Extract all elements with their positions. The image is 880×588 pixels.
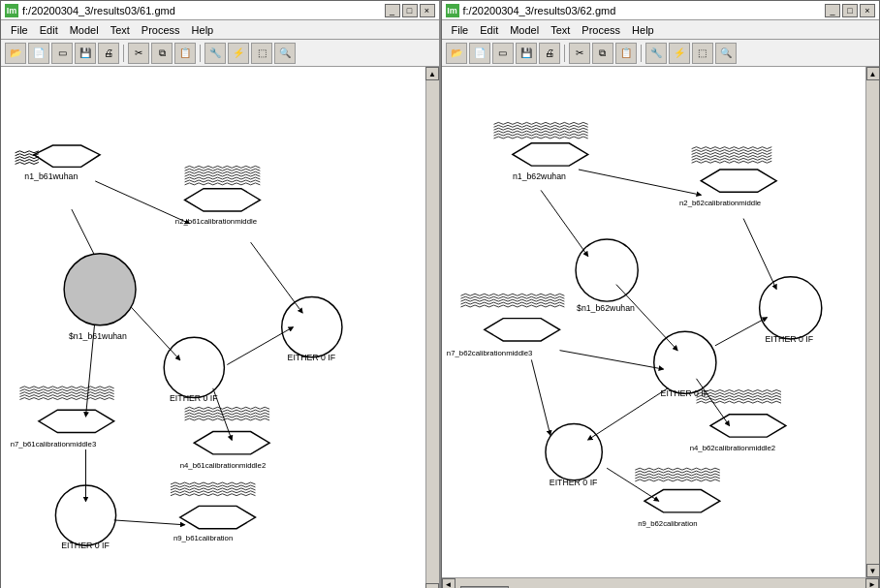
svg-line-4 bbox=[227, 327, 293, 365]
scrollbar-v-2[interactable]: ▲ ▼ bbox=[865, 67, 879, 577]
svg-line-8 bbox=[114, 520, 185, 525]
menu-file-1[interactable]: File bbox=[5, 23, 34, 37]
node-label-n4b62: n4_b62calibrationmiddle2 bbox=[689, 444, 775, 452]
window-2: Im f:/20200304_3/results03/62.gmd _ □ × … bbox=[441, 0, 881, 588]
scroll-up-1[interactable]: ▲ bbox=[425, 67, 439, 80]
title-buttons-1: _ □ × bbox=[385, 4, 435, 17]
tool-copy-1[interactable]: ⧉ bbox=[151, 43, 173, 64]
tool-rect-1[interactable]: ▭ bbox=[51, 43, 73, 64]
node-label-n2b62: n2_b62calibrationmiddle bbox=[679, 199, 761, 207]
svg-marker-14 bbox=[39, 410, 114, 432]
menu-edit-2[interactable]: Edit bbox=[474, 23, 504, 37]
tool-select-1[interactable]: ⬚ bbox=[251, 43, 272, 64]
title-bar-left-1: Im f:/20200304_3/results03/61.gmd bbox=[5, 4, 175, 17]
canvas-2[interactable]: n1_b62wuhan $n1_b62wuhan bbox=[442, 67, 866, 577]
scroll-right-2[interactable]: ► bbox=[865, 578, 879, 589]
svg-marker-28 bbox=[512, 143, 587, 166]
tool-open-2[interactable]: 📂 bbox=[446, 43, 467, 64]
minimize-btn-2[interactable]: _ bbox=[825, 4, 840, 17]
node-label-n9b61: n9_b61calibration bbox=[173, 534, 233, 542]
tool-save-2[interactable]: 💾 bbox=[516, 43, 537, 64]
menu-bar-2: File Edit Model Text Process Help bbox=[442, 20, 880, 40]
tool-paste-1[interactable]: 📋 bbox=[174, 43, 196, 64]
scrollbar-v-1[interactable]: ▲ ▼ bbox=[425, 67, 439, 588]
svg-line-18 bbox=[541, 190, 588, 256]
separator-1 bbox=[123, 45, 124, 62]
svg-line-19 bbox=[578, 170, 700, 195]
menu-help-2[interactable]: Help bbox=[626, 23, 660, 37]
tool-new-1[interactable]: 📄 bbox=[28, 43, 49, 64]
scroll-down-2[interactable]: ▼ bbox=[866, 564, 880, 577]
svg-line-23 bbox=[559, 351, 663, 369]
scroll-left-2[interactable]: ◄ bbox=[442, 578, 456, 589]
tool-rect-2[interactable]: ▭ bbox=[492, 43, 514, 64]
separator-3 bbox=[564, 45, 565, 62]
svg-line-3 bbox=[123, 298, 179, 359]
svg-point-32 bbox=[653, 331, 715, 393]
menu-model-1[interactable]: Model bbox=[64, 23, 105, 37]
svg-marker-30 bbox=[701, 170, 776, 192]
tool-new-2[interactable]: 📄 bbox=[469, 43, 490, 64]
app-icon-2: Im bbox=[446, 4, 459, 17]
svg-marker-11 bbox=[185, 189, 261, 211]
node-label-either1-61: EITHER 0 IF bbox=[288, 353, 336, 362]
tool-zoom-1[interactable]: 🔍 bbox=[274, 43, 296, 64]
svg-marker-34 bbox=[710, 415, 786, 437]
tool-lightning-1[interactable]: ⚡ bbox=[228, 43, 249, 64]
close-btn-2[interactable]: × bbox=[860, 4, 875, 17]
svg-marker-9 bbox=[34, 145, 100, 167]
windows-container: Im f:/20200304_3/results03/61.gmd _ □ × … bbox=[0, 0, 880, 588]
tool-wrench-1[interactable]: 🔧 bbox=[204, 43, 226, 64]
svg-line-22 bbox=[714, 318, 766, 346]
tool-print-1[interactable]: 🖨 bbox=[98, 43, 119, 64]
menu-process-1[interactable]: Process bbox=[136, 23, 186, 37]
graph-svg-2: n1_b62wuhan $n1_b62wuhan bbox=[442, 67, 866, 577]
minimize-btn-1[interactable]: _ bbox=[385, 4, 400, 17]
svg-point-12 bbox=[282, 297, 342, 357]
graph-svg-1: n1_b61wuhan $n1_b61wuhan bbox=[1, 67, 425, 588]
desktop: Im f:/20200304_3/results03/61.gmd _ □ × … bbox=[0, 0, 880, 588]
svg-marker-17 bbox=[180, 506, 256, 528]
tool-save-1[interactable]: 💾 bbox=[75, 43, 96, 64]
maximize-btn-1[interactable]: □ bbox=[402, 4, 418, 17]
scrollbar-h-2[interactable]: ◄ ► bbox=[442, 577, 880, 588]
menu-text-2[interactable]: Text bbox=[545, 23, 576, 37]
node-label-n9b62: n9_b62calibration bbox=[638, 519, 697, 528]
tool-print-2[interactable]: 🖨 bbox=[539, 43, 560, 64]
tool-open-1[interactable]: 📂 bbox=[5, 43, 26, 64]
tool-copy-2[interactable]: ⧉ bbox=[592, 43, 613, 64]
menu-model-2[interactable]: Model bbox=[504, 23, 545, 37]
toolbar-1: 📂 📄 ▭ 💾 🖨 ✂ ⧉ 📋 🔧 ⚡ ⬚ 🔍 bbox=[1, 40, 439, 67]
node-label-n1b61: n1_b61wuhan bbox=[24, 171, 78, 181]
app-icon-1: Im bbox=[5, 4, 18, 17]
node-label-either1-62: EITHER 0 IF bbox=[765, 334, 813, 344]
svg-point-35 bbox=[545, 424, 601, 480]
node-label-either3-61: EITHER 0 IF bbox=[61, 541, 110, 550]
close-btn-1[interactable]: × bbox=[420, 4, 435, 17]
tool-paste-2[interactable]: 📋 bbox=[615, 43, 637, 64]
menu-edit-1[interactable]: Edit bbox=[34, 23, 64, 37]
menu-process-2[interactable]: Process bbox=[576, 23, 626, 37]
node-label-n7b61: n7_b61calibrationmiddle3 bbox=[11, 440, 97, 449]
menu-file-2[interactable]: File bbox=[446, 23, 475, 37]
tool-cut-2[interactable]: ✂ bbox=[569, 43, 590, 64]
separator-2 bbox=[200, 45, 201, 62]
tool-select-2[interactable]: ⬚ bbox=[692, 43, 713, 64]
separator-4 bbox=[641, 45, 642, 62]
svg-point-29 bbox=[576, 239, 638, 301]
scroll-down-1[interactable]: ▼ bbox=[425, 583, 439, 588]
canvas-1[interactable]: n1_b61wuhan $n1_b61wuhan bbox=[1, 67, 425, 588]
tool-zoom-2[interactable]: 🔍 bbox=[715, 43, 737, 64]
tool-lightning-2[interactable]: ⚡ bbox=[669, 43, 690, 64]
node-label-either3-62: EITHER 0 IF bbox=[549, 478, 597, 487]
scroll-up-2[interactable]: ▲ bbox=[866, 67, 880, 80]
svg-line-27 bbox=[531, 359, 550, 435]
svg-point-13 bbox=[164, 337, 224, 397]
node-label-n7b62: n7_b62calibrationmiddle3 bbox=[446, 349, 532, 357]
maximize-btn-2[interactable]: □ bbox=[842, 4, 858, 17]
menu-text-1[interactable]: Text bbox=[105, 23, 136, 37]
toolbar-2: 📂 📄 ▭ 💾 🖨 ✂ ⧉ 📋 🔧 ⚡ ⬚ 🔍 bbox=[442, 40, 880, 67]
tool-wrench-2[interactable]: 🔧 bbox=[645, 43, 667, 64]
menu-help-1[interactable]: Help bbox=[186, 23, 220, 37]
tool-cut-1[interactable]: ✂ bbox=[128, 43, 149, 64]
